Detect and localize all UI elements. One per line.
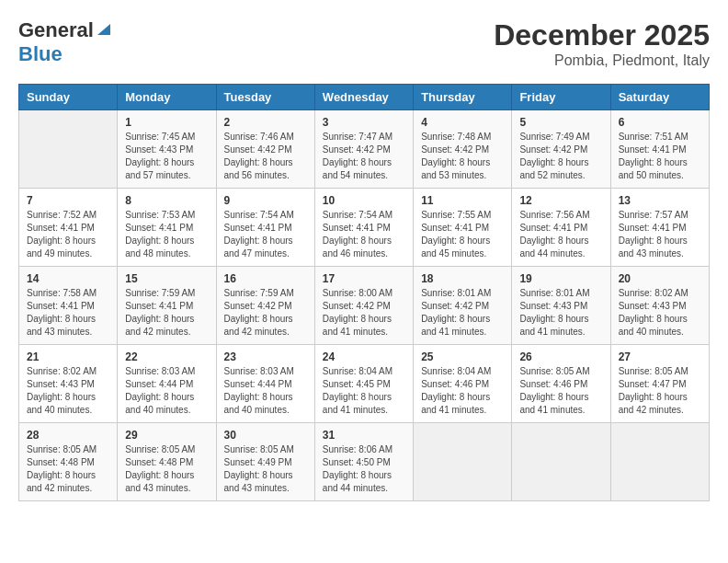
day-info: Sunrise: 8:01 AM Sunset: 4:43 PM Dayligh…	[519, 287, 602, 339]
day-info: Sunrise: 8:06 AM Sunset: 4:50 PM Dayligh…	[323, 443, 405, 495]
day-info: Sunrise: 7:51 AM Sunset: 4:41 PM Dayligh…	[619, 131, 701, 182]
svg-marker-0	[97, 24, 110, 35]
day-info: Sunrise: 7:45 AM Sunset: 4:43 PM Dayligh…	[125, 131, 208, 182]
day-info: Sunrise: 8:04 AM Sunset: 4:46 PM Dayligh…	[421, 365, 504, 417]
day-info: Sunrise: 8:02 AM Sunset: 4:43 PM Dayligh…	[619, 287, 701, 339]
day-number: 9	[224, 194, 307, 207]
calendar-cell: 24Sunrise: 8:04 AM Sunset: 4:45 PM Dayli…	[314, 345, 413, 423]
day-number: 30	[224, 429, 307, 442]
calendar-cell: 7Sunrise: 7:52 AM Sunset: 4:41 PM Daylig…	[19, 189, 118, 267]
day-info: Sunrise: 7:46 AM Sunset: 4:42 PM Dayligh…	[224, 131, 307, 182]
day-number: 3	[323, 116, 405, 129]
day-of-week-header: Wednesday	[314, 85, 413, 110]
day-number: 26	[519, 350, 602, 363]
day-info: Sunrise: 8:05 AM Sunset: 4:49 PM Dayligh…	[224, 443, 307, 495]
day-number: 22	[125, 350, 208, 363]
calendar-week-row: 1Sunrise: 7:45 AM Sunset: 4:43 PM Daylig…	[19, 110, 710, 189]
day-number: 6	[619, 116, 701, 129]
day-info: Sunrise: 7:47 AM Sunset: 4:42 PM Dayligh…	[323, 131, 405, 182]
calendar-cell: 23Sunrise: 8:03 AM Sunset: 4:44 PM Dayli…	[216, 345, 314, 423]
calendar-cell: 8Sunrise: 7:53 AM Sunset: 4:41 PM Daylig…	[118, 189, 216, 267]
day-info: Sunrise: 7:52 AM Sunset: 4:41 PM Dayligh…	[27, 209, 109, 260]
calendar-body: 1Sunrise: 7:45 AM Sunset: 4:43 PM Daylig…	[19, 110, 710, 501]
day-info: Sunrise: 7:59 AM Sunset: 4:41 PM Dayligh…	[125, 287, 208, 339]
calendar-cell: 15Sunrise: 7:59 AM Sunset: 4:41 PM Dayli…	[118, 267, 216, 345]
header-row: SundayMondayTuesdayWednesdayThursdayFrid…	[19, 85, 710, 110]
day-info: Sunrise: 7:57 AM Sunset: 4:41 PM Dayligh…	[619, 209, 701, 260]
day-info: Sunrise: 7:54 AM Sunset: 4:41 PM Dayligh…	[323, 209, 405, 260]
day-info: Sunrise: 8:03 AM Sunset: 4:44 PM Dayligh…	[224, 365, 307, 417]
calendar-cell: 16Sunrise: 7:59 AM Sunset: 4:42 PM Dayli…	[216, 267, 314, 345]
calendar-cell: 25Sunrise: 8:04 AM Sunset: 4:46 PM Dayli…	[414, 345, 512, 423]
calendar-week-row: 14Sunrise: 7:58 AM Sunset: 4:41 PM Dayli…	[19, 267, 710, 345]
day-number: 17	[323, 272, 405, 285]
day-info: Sunrise: 7:56 AM Sunset: 4:41 PM Dayligh…	[519, 209, 602, 260]
day-info: Sunrise: 8:05 AM Sunset: 4:48 PM Dayligh…	[27, 443, 109, 495]
day-info: Sunrise: 8:03 AM Sunset: 4:44 PM Dayligh…	[125, 365, 208, 417]
day-of-week-header: Thursday	[414, 85, 512, 110]
day-number: 13	[619, 194, 701, 207]
page-title: December 2025	[494, 18, 710, 52]
day-of-week-header: Monday	[118, 85, 216, 110]
calendar-cell: 6Sunrise: 7:51 AM Sunset: 4:41 PM Daylig…	[610, 110, 709, 189]
day-info: Sunrise: 8:02 AM Sunset: 4:43 PM Dayligh…	[27, 365, 109, 417]
calendar-cell: 3Sunrise: 7:47 AM Sunset: 4:42 PM Daylig…	[314, 110, 413, 189]
day-of-week-header: Sunday	[19, 85, 118, 110]
day-of-week-header: Friday	[512, 85, 610, 110]
day-of-week-header: Saturday	[610, 85, 709, 110]
day-number: 21	[27, 350, 109, 363]
calendar-cell: 31Sunrise: 8:06 AM Sunset: 4:50 PM Dayli…	[314, 423, 413, 501]
day-number: 8	[125, 194, 208, 207]
day-info: Sunrise: 8:05 AM Sunset: 4:46 PM Dayligh…	[519, 365, 602, 417]
calendar-cell: 28Sunrise: 8:05 AM Sunset: 4:48 PM Dayli…	[19, 423, 118, 501]
calendar-cell: 18Sunrise: 8:01 AM Sunset: 4:42 PM Dayli…	[414, 267, 512, 345]
day-number: 24	[323, 350, 405, 363]
title-block: December 2025 Pombia, Piedmont, Italy	[494, 18, 710, 69]
calendar-header: SundayMondayTuesdayWednesdayThursdayFrid…	[19, 85, 710, 110]
day-number: 28	[27, 429, 109, 442]
calendar-cell: 22Sunrise: 8:03 AM Sunset: 4:44 PM Dayli…	[118, 345, 216, 423]
calendar-cell: 10Sunrise: 7:54 AM Sunset: 4:41 PM Dayli…	[314, 189, 413, 267]
day-number: 4	[421, 116, 504, 129]
day-number: 23	[224, 350, 307, 363]
calendar-cell: 12Sunrise: 7:56 AM Sunset: 4:41 PM Dayli…	[512, 189, 610, 267]
calendar-cell	[610, 423, 709, 501]
calendar-cell: 20Sunrise: 8:02 AM Sunset: 4:43 PM Dayli…	[610, 267, 709, 345]
calendar-week-row: 28Sunrise: 8:05 AM Sunset: 4:48 PM Dayli…	[19, 423, 710, 501]
calendar-cell: 27Sunrise: 8:05 AM Sunset: 4:47 PM Dayli…	[610, 345, 709, 423]
logo-general-text: General	[18, 18, 94, 42]
page-header: General Blue December 2025 Pombia, Piedm…	[18, 18, 710, 69]
day-info: Sunrise: 8:00 AM Sunset: 4:42 PM Dayligh…	[323, 287, 405, 339]
day-info: Sunrise: 7:59 AM Sunset: 4:42 PM Dayligh…	[224, 287, 307, 339]
day-number: 29	[125, 429, 208, 442]
calendar-cell	[19, 110, 118, 189]
logo: General Blue	[18, 18, 112, 66]
calendar-cell: 9Sunrise: 7:54 AM Sunset: 4:41 PM Daylig…	[216, 189, 314, 267]
day-number: 16	[224, 272, 307, 285]
calendar-week-row: 21Sunrise: 8:02 AM Sunset: 4:43 PM Dayli…	[19, 345, 710, 423]
calendar-table: SundayMondayTuesdayWednesdayThursdayFrid…	[18, 84, 710, 501]
calendar-week-row: 7Sunrise: 7:52 AM Sunset: 4:41 PM Daylig…	[19, 189, 710, 267]
calendar-cell: 29Sunrise: 8:05 AM Sunset: 4:48 PM Dayli…	[118, 423, 216, 501]
day-info: Sunrise: 7:49 AM Sunset: 4:42 PM Dayligh…	[519, 131, 602, 182]
day-number: 14	[27, 272, 109, 285]
day-number: 10	[323, 194, 405, 207]
calendar-cell: 11Sunrise: 7:55 AM Sunset: 4:41 PM Dayli…	[414, 189, 512, 267]
calendar-cell: 1Sunrise: 7:45 AM Sunset: 4:43 PM Daylig…	[118, 110, 216, 189]
day-info: Sunrise: 8:01 AM Sunset: 4:42 PM Dayligh…	[421, 287, 504, 339]
day-number: 5	[519, 116, 602, 129]
day-info: Sunrise: 8:05 AM Sunset: 4:47 PM Dayligh…	[619, 365, 701, 417]
calendar-cell: 13Sunrise: 7:57 AM Sunset: 4:41 PM Dayli…	[610, 189, 709, 267]
calendar-cell: 17Sunrise: 8:00 AM Sunset: 4:42 PM Dayli…	[314, 267, 413, 345]
day-info: Sunrise: 7:58 AM Sunset: 4:41 PM Dayligh…	[27, 287, 109, 339]
day-info: Sunrise: 7:53 AM Sunset: 4:41 PM Dayligh…	[125, 209, 208, 260]
calendar-cell: 2Sunrise: 7:46 AM Sunset: 4:42 PM Daylig…	[216, 110, 314, 189]
calendar-cell: 5Sunrise: 7:49 AM Sunset: 4:42 PM Daylig…	[512, 110, 610, 189]
day-number: 15	[125, 272, 208, 285]
calendar-cell: 19Sunrise: 8:01 AM Sunset: 4:43 PM Dayli…	[512, 267, 610, 345]
day-number: 19	[519, 272, 602, 285]
logo-icon	[96, 20, 112, 37]
day-number: 25	[421, 350, 504, 363]
day-number: 12	[519, 194, 602, 207]
day-number: 20	[619, 272, 701, 285]
